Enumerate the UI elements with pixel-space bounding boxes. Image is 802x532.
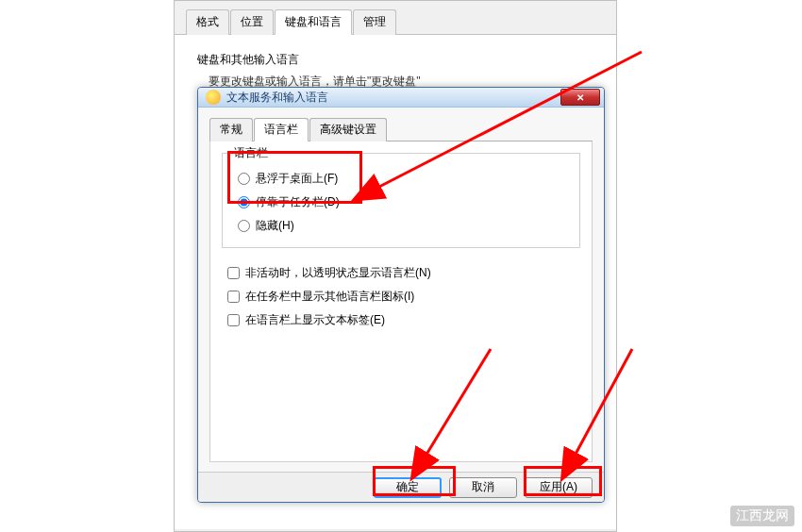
radio-hidden-label: 隐藏(H)	[256, 218, 294, 234]
close-button[interactable]: ✕	[560, 89, 600, 106]
check-extra-icons-label: 在任务栏中显示其他语言栏图标(I)	[245, 289, 414, 305]
radio-float-desktop[interactable]: 悬浮于桌面上(F)	[232, 167, 570, 191]
radio-dock-label: 停靠于任务栏(D)	[256, 194, 340, 210]
text-services-dialog: 文本服务和输入语言 ✕ 常规 语言栏 高级键设置 语言栏 悬浮于桌面上(F) 停…	[197, 87, 605, 503]
radio-float-input[interactable]	[238, 173, 250, 185]
balloon-icon	[206, 90, 221, 105]
check-extra-icons-input[interactable]	[227, 291, 240, 303]
tab-language-bar[interactable]: 语言栏	[254, 118, 309, 141]
group-title: 语言栏	[230, 145, 272, 161]
tab-langbar-content: 语言栏 悬浮于桌面上(F) 停靠于任务栏(D) 隐藏(H) 非活动时，以透明状态…	[209, 141, 593, 462]
outer-tabs: 格式 位置 键盘和语言 管理	[175, 8, 616, 35]
radio-hidden-input[interactable]	[238, 220, 250, 232]
cancel-button[interactable]: 取消	[449, 477, 517, 498]
tab-admin[interactable]: 管理	[353, 9, 396, 35]
check-text-labels-input[interactable]	[227, 314, 240, 326]
dialog-button-row: 确定 取消 应用(A)	[198, 472, 604, 502]
radio-hidden[interactable]: 隐藏(H)	[232, 214, 570, 238]
check-transparent-label: 非活动时，以透明状态显示语言栏(N)	[245, 265, 431, 281]
radio-dock-taskbar[interactable]: 停靠于任务栏(D)	[232, 191, 570, 214]
apply-button[interactable]: 应用(A)	[525, 477, 593, 498]
language-bar-group: 语言栏 悬浮于桌面上(F) 停靠于任务栏(D) 隐藏(H)	[222, 153, 580, 248]
inner-tabs: 常规 语言栏 高级键设置	[209, 117, 593, 141]
watermark: 江西龙网	[730, 506, 794, 526]
tab-keyboard-language[interactable]: 键盘和语言	[275, 9, 352, 35]
check-transparent-input[interactable]	[227, 267, 240, 279]
check-extra-icons[interactable]: 在任务栏中显示其他语言栏图标(I)	[222, 285, 580, 308]
radio-dock-input[interactable]	[238, 196, 250, 208]
keyboard-heading: 键盘和其他输入语言	[197, 52, 593, 68]
tab-format[interactable]: 格式	[186, 9, 229, 35]
tab-location[interactable]: 位置	[230, 9, 274, 35]
check-transparent[interactable]: 非活动时，以透明状态显示语言栏(N)	[222, 261, 580, 285]
tab-general[interactable]: 常规	[209, 118, 253, 141]
tab-advanced-keys[interactable]: 高级键设置	[309, 118, 387, 141]
dialog-titlebar[interactable]: 文本服务和输入语言 ✕	[198, 88, 604, 108]
dialog-title: 文本服务和输入语言	[226, 90, 560, 106]
check-text-labels-label: 在语言栏上显示文本标签(E)	[245, 312, 385, 328]
close-icon: ✕	[576, 92, 584, 103]
ok-button[interactable]: 确定	[374, 477, 442, 498]
dialog-body: 常规 语言栏 高级键设置 语言栏 悬浮于桌面上(F) 停靠于任务栏(D) 隐藏(…	[198, 108, 604, 472]
radio-float-label: 悬浮于桌面上(F)	[256, 171, 338, 187]
check-text-labels[interactable]: 在语言栏上显示文本标签(E)	[222, 308, 580, 332]
